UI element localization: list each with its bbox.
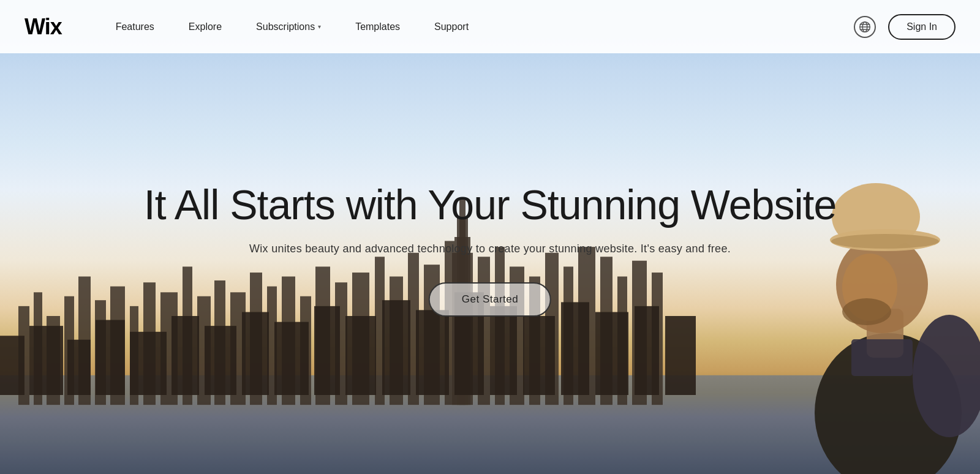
svg-point-67 (831, 234, 939, 249)
svg-rect-42 (0, 336, 24, 395)
svg-rect-47 (172, 316, 199, 395)
svg-rect-54 (416, 310, 449, 395)
svg-rect-56 (490, 306, 517, 395)
hero-title: It All Starts with Your Stunning Website (144, 182, 837, 228)
svg-rect-48 (205, 326, 236, 395)
nav-features[interactable]: Features (99, 0, 172, 53)
svg-rect-49 (242, 312, 269, 395)
get-started-button[interactable]: Get Started (429, 282, 551, 317)
navbar: Wix Features Explore Subscriptions ▾ Tem… (0, 0, 980, 53)
svg-rect-43 (29, 326, 63, 395)
globe-icon (859, 21, 871, 33)
svg-rect-59 (595, 312, 628, 395)
nav-templates[interactable]: Templates (338, 0, 417, 53)
nav-subscriptions[interactable]: Subscriptions ▾ (239, 0, 338, 53)
svg-rect-44 (67, 340, 91, 395)
svg-rect-71 (851, 339, 913, 376)
hero-subtitle: Wix unites beauty and advanced technolog… (144, 243, 837, 255)
hero-content: It All Starts with Your Stunning Website… (144, 182, 837, 317)
nav-support[interactable]: Support (417, 0, 486, 53)
svg-rect-52 (345, 316, 376, 395)
navbar-right: Sign In (854, 14, 956, 40)
signin-button[interactable]: Sign In (888, 14, 956, 40)
nav-explore[interactable]: Explore (172, 0, 239, 53)
svg-rect-50 (274, 322, 309, 395)
chevron-down-icon: ▾ (318, 23, 321, 30)
hero-section: Wix Features Explore Subscriptions ▾ Tem… (0, 0, 980, 474)
language-selector[interactable] (854, 16, 876, 38)
svg-rect-60 (635, 306, 659, 395)
svg-rect-46 (130, 332, 167, 395)
svg-rect-57 (523, 316, 555, 395)
svg-rect-51 (314, 306, 340, 395)
main-nav: Features Explore Subscriptions ▾ Templat… (99, 0, 854, 53)
svg-point-69 (842, 298, 891, 325)
wix-logo[interactable]: Wix (24, 14, 62, 40)
svg-rect-45 (96, 320, 125, 395)
